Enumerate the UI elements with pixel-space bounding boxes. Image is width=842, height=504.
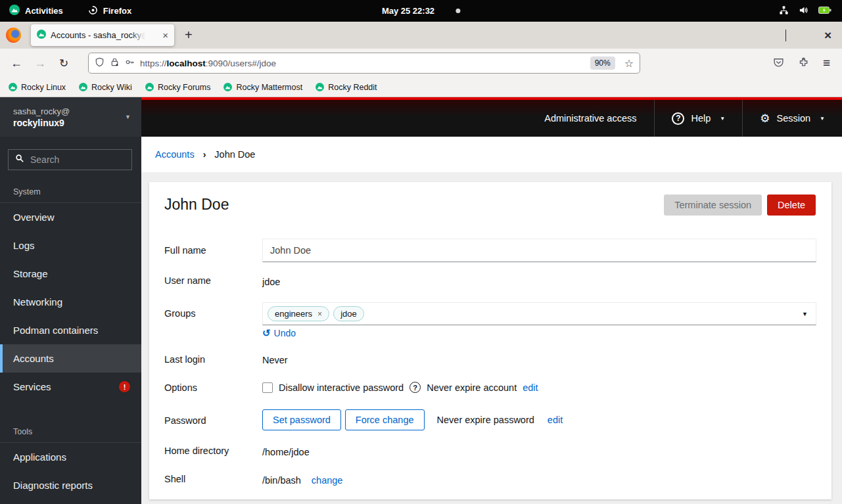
sidebar-section-system: System	[0, 170, 141, 203]
force-change-button[interactable]: Force change	[345, 409, 425, 430]
pocket-icon[interactable]	[773, 57, 784, 70]
cockpit-masthead: Administrative access ? Help ▼ ⚙ Session…	[141, 97, 842, 137]
administrative-access-label[interactable]: Administrative access	[544, 113, 654, 124]
options-label: Options	[164, 382, 197, 393]
network-icon	[779, 5, 789, 17]
bookmark-rocky-linux[interactable]: Rocky Linux	[9, 83, 66, 92]
question-circle-icon[interactable]: ?	[409, 382, 421, 393]
key-icon[interactable]	[125, 57, 135, 70]
screen: Activities Firefox May 25 22:32	[0, 0, 842, 504]
sidebar-item-applications[interactable]: Applications	[0, 443, 141, 471]
sidebar-item-diagnostic-reports[interactable]: Diagnostic reports	[0, 471, 141, 499]
search-input[interactable]	[30, 154, 125, 165]
window-close-icon[interactable]: ×	[824, 29, 831, 41]
extensions-puzzle-icon[interactable]	[798, 57, 809, 70]
firefox-app-icon	[6, 28, 21, 43]
breadcrumb-chevron-icon: ›	[203, 149, 206, 160]
user-name-label: User name	[164, 275, 211, 286]
never-expire-account-text: Never expire account	[427, 382, 517, 393]
session-menu-button[interactable]: ⚙ Session ▼	[743, 100, 842, 137]
bookmark-rocky-mattermost[interactable]: Rocky Mattermost	[223, 83, 302, 92]
bookmark-star-icon[interactable]: ☆	[624, 57, 634, 70]
host-user-label: sasha_rocky@	[13, 106, 70, 116]
terminate-session-button[interactable]: Terminate session	[664, 195, 762, 216]
remove-group-icon[interactable]: ×	[317, 310, 322, 318]
lock-warning-icon[interactable]	[110, 57, 120, 70]
url-bar[interactable]: https://localhost:9090/users#/jdoe 90% ☆	[88, 53, 640, 74]
focused-app-menu[interactable]: Firefox	[88, 5, 131, 17]
volume-icon	[799, 5, 808, 17]
browser-tab-accounts[interactable]: Accounts - sasha_rocky@ ×	[31, 24, 174, 46]
activities-label: Activities	[25, 6, 63, 16]
disallow-password-label: Disallow interactive password	[279, 382, 404, 393]
battery-icon	[818, 6, 831, 16]
host-switcher[interactable]: sasha_rocky@ rockylinux9 ▼	[0, 97, 141, 137]
gear-icon: ⚙	[760, 113, 770, 124]
tab-favicon-rocky	[37, 30, 46, 41]
groups-dropdown-caret-icon[interactable]: ▼	[802, 311, 808, 317]
sidebar-item-storage[interactable]: Storage	[0, 260, 141, 288]
url-text: https://localhost:9090/users#/jdoe	[140, 58, 276, 68]
firefox-mono-icon	[88, 5, 98, 17]
breadcrumb: Accounts › John Doe	[141, 137, 842, 172]
breadcrumb-accounts-link[interactable]: Accounts	[155, 149, 195, 160]
services-alert-badge: !	[119, 381, 130, 392]
groups-field[interactable]: engineers × jdoe ▼	[262, 302, 816, 325]
sidebar-section-tools: Tools	[0, 401, 141, 443]
help-caret-icon: ▼	[720, 116, 725, 122]
shell-change-link[interactable]: change	[312, 475, 343, 486]
group-chip-engineers: engineers ×	[268, 306, 329, 321]
sidebar-item-podman-containers[interactable]: Podman containers	[0, 316, 141, 344]
tab-title: Accounts - sasha_rocky@	[51, 30, 148, 40]
reload-button[interactable]: ↻	[57, 57, 71, 70]
home-directory-value: /home/jdoe	[262, 447, 310, 457]
host-caret-icon: ▼	[125, 114, 131, 120]
system-status-area[interactable]	[779, 5, 842, 17]
new-tab-button[interactable]: +	[185, 28, 193, 43]
search-icon	[15, 154, 24, 166]
tab-close-icon[interactable]: ×	[162, 30, 168, 40]
sidebar-item-networking[interactable]: Networking	[0, 288, 141, 316]
firefox-toolbar: ← → ↻ https://localhost:9090/users#/jdoe…	[0, 49, 842, 78]
bookmark-rocky-reddit[interactable]: Rocky Reddit	[316, 83, 377, 92]
sidebar-item-overview[interactable]: Overview	[0, 203, 141, 231]
user-name-value: jdoe	[262, 277, 280, 287]
sidebar-item-services[interactable]: Services !	[0, 373, 141, 401]
help-menu-button[interactable]: ? Help ▼	[655, 100, 742, 137]
groups-label: Groups	[164, 308, 196, 319]
full-name-label: Full name	[164, 245, 206, 256]
forward-button[interactable]: →	[33, 57, 47, 70]
list-tabs-chevron-icon[interactable]	[785, 30, 786, 41]
breadcrumb-current: John Doe	[214, 149, 255, 160]
delete-button[interactable]: Delete	[767, 195, 816, 216]
set-password-button[interactable]: Set password	[262, 409, 341, 430]
disallow-password-checkbox[interactable]	[262, 382, 273, 393]
password-label: Password	[164, 415, 206, 426]
undo-link[interactable]: ↺ Undo	[262, 327, 296, 339]
host-name-label: rockylinux9	[13, 118, 70, 128]
firefox-tab-strip: Accounts - sasha_rocky@ × + ×	[0, 22, 842, 49]
clock-label: May 25 22:32	[382, 6, 434, 16]
undo-icon: ↺	[262, 327, 271, 339]
zoom-level-badge[interactable]: 90%	[590, 57, 615, 70]
full-name-input[interactable]	[262, 239, 816, 262]
shield-icon[interactable]	[95, 57, 105, 70]
never-expire-password-text: Never expire password	[437, 415, 534, 425]
hamburger-menu-icon[interactable]: ≡	[823, 56, 830, 70]
bookmark-rocky-wiki[interactable]: Rocky Wiki	[79, 83, 132, 92]
main-content: John Doe Terminate session Delete Full n…	[141, 172, 842, 504]
sidebar-item-logs[interactable]: Logs	[0, 231, 141, 260]
page-title: John Doe	[164, 196, 229, 214]
sidebar-search[interactable]	[8, 149, 132, 170]
sidebar-item-accounts[interactable]: Accounts	[0, 344, 141, 373]
password-expire-edit-link[interactable]: edit	[548, 415, 563, 425]
bookmark-rocky-forums[interactable]: Rocky Forums	[145, 83, 211, 92]
shell-value: /bin/bash	[262, 475, 301, 486]
help-question-icon: ?	[672, 112, 684, 125]
account-expire-edit-link[interactable]: edit	[523, 382, 538, 393]
clock-button[interactable]: May 25 22:32	[382, 6, 460, 16]
session-caret-icon: ▼	[820, 116, 825, 122]
bookmarks-bar: Rocky Linux Rocky Wiki Rocky Forums Rock…	[0, 78, 842, 97]
back-button[interactable]: ←	[9, 57, 24, 70]
activities-button[interactable]: Activities	[0, 5, 63, 17]
